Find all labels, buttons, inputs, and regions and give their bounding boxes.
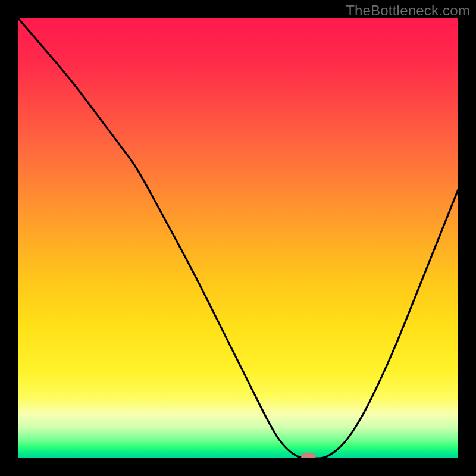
attribution-label: TheBottleneck.com [346, 2, 470, 19]
optimal-marker [301, 453, 315, 458]
curve-layer [18, 18, 458, 458]
bottleneck-curve [18, 18, 458, 458]
chart-frame: TheBottleneck.com [0, 0, 476, 476]
plot-area [18, 18, 458, 458]
